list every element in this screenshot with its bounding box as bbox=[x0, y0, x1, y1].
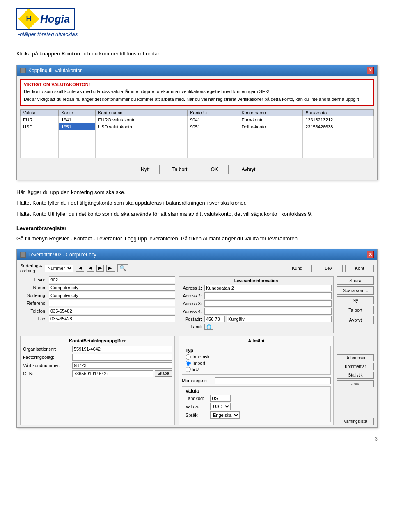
ort-input[interactable] bbox=[227, 316, 332, 322]
kommentar-button[interactable]: Kommentar bbox=[337, 363, 374, 370]
valuta-group: Valuta Landkod: Valuta: USD bbox=[182, 386, 331, 422]
urval-button[interactable]: Urval bbox=[337, 380, 374, 387]
landkod-input[interactable] bbox=[210, 395, 231, 402]
kont-tab-btn[interactable]: Kont bbox=[345, 265, 374, 272]
eur-konto: 1941 bbox=[59, 116, 96, 123]
logo-brand: Hogia bbox=[40, 13, 70, 25]
momsreg-label: Momsreg.nr: bbox=[182, 378, 215, 383]
nav-first[interactable]: |◀ bbox=[76, 265, 84, 272]
sortering-input[interactable] bbox=[49, 292, 175, 299]
skapa-button[interactable]: Skapa bbox=[155, 370, 172, 377]
sprak-row: Språk: Engelska bbox=[186, 411, 327, 419]
levnr-input[interactable] bbox=[49, 276, 175, 283]
addr-section: — Leverantörinformation — Adress 1: Adre… bbox=[179, 276, 334, 333]
factoring-row: Factoringbolag: bbox=[23, 354, 172, 361]
namn-row: Namn: bbox=[20, 284, 175, 291]
table-row-usd[interactable]: USD 1951 USD valutakonto 9051 Dollar-kon… bbox=[21, 123, 374, 130]
window-title-2: Leverantör 902 - Computer city bbox=[28, 252, 96, 258]
nytt-button[interactable]: Nytt bbox=[131, 165, 160, 174]
avbryt-button-2[interactable]: Avbryt bbox=[337, 316, 374, 324]
nav-prev[interactable]: ◀ bbox=[87, 265, 94, 272]
ny-button[interactable]: Ny bbox=[337, 296, 374, 304]
intro-paragraph: Klicka på knappen Konton och du kommer t… bbox=[16, 50, 378, 58]
kund-tab-btn[interactable]: Kund bbox=[283, 265, 312, 272]
table-row-empty-3 bbox=[21, 144, 374, 151]
factoring-input[interactable] bbox=[72, 354, 172, 361]
org-input[interactable] bbox=[72, 346, 172, 352]
namn-input[interactable] bbox=[49, 284, 175, 291]
warning-title: VIKTIGT OM VALUTAKONTON! bbox=[24, 82, 370, 87]
nav-next[interactable]: ▶ bbox=[96, 265, 104, 272]
postadr-input[interactable] bbox=[204, 316, 225, 322]
window-titlebar-1: Koppling till valutakonton ✕ bbox=[17, 65, 377, 76]
vart-kund-input[interactable] bbox=[72, 362, 172, 369]
window-icon-2 bbox=[20, 252, 26, 258]
table-row-eur[interactable]: EUR 1941 EURO valutakonto 9041 Euro-kont… bbox=[21, 116, 374, 123]
telefon-input[interactable] bbox=[49, 308, 175, 314]
valuta-select[interactable]: USD bbox=[210, 403, 231, 410]
body-section-2: Leverantörsregister Gå till menyn Regist… bbox=[16, 224, 378, 243]
levnr-row: Levnr: bbox=[20, 276, 175, 283]
sprak-label: Språk: bbox=[186, 413, 210, 418]
valuta-row: Valuta: USD bbox=[186, 403, 327, 410]
radio-eu[interactable] bbox=[186, 367, 191, 372]
land-btn[interactable]: 🌐 bbox=[204, 324, 213, 330]
spara-som-button[interactable]: Spara som... bbox=[337, 286, 374, 295]
adress1-input[interactable] bbox=[204, 285, 332, 291]
ta-bort-button-2[interactable]: Ta bort bbox=[337, 306, 374, 314]
typ-title: Typ bbox=[186, 348, 327, 353]
fax-row: Fax: bbox=[20, 315, 175, 322]
konto-section: Konto/Betalningsuppgifter Organisationsn… bbox=[20, 336, 175, 425]
adress2-row: Adress 2: bbox=[181, 292, 332, 299]
fax-input[interactable] bbox=[49, 315, 175, 322]
intro-bold: Konton bbox=[62, 50, 80, 57]
referens-label: Referens: bbox=[20, 301, 49, 306]
spara-button[interactable]: Spara bbox=[337, 276, 374, 285]
col-konto-utl: Konto Utl bbox=[188, 109, 239, 116]
warning-line-1: Det konto som skall konteras med utländs… bbox=[24, 89, 370, 95]
konto-title: Konto/Betalningsuppgifter bbox=[23, 338, 172, 343]
nav-search[interactable]: 🔍 bbox=[117, 264, 128, 272]
lev-tab-btn[interactable]: Lev bbox=[314, 265, 343, 272]
window-leverantor: Leverantör 902 - Computer city ✕ Sorteri… bbox=[16, 249, 378, 428]
vart-kund-row: Vårt kundnummer: bbox=[23, 362, 172, 369]
ok-button-1[interactable]: OK bbox=[200, 165, 229, 174]
varningslista-button[interactable]: Varningslista bbox=[337, 418, 374, 425]
table-row-empty-4 bbox=[21, 151, 374, 158]
gln-row: GLN: Skapa bbox=[23, 370, 172, 377]
avbryt-button-1[interactable]: Avbryt bbox=[234, 165, 263, 174]
radio-inhemskt-row: Inhemsk bbox=[186, 354, 327, 360]
radio-inhemskt[interactable] bbox=[186, 354, 191, 360]
sort-label-line2: ordning: bbox=[20, 268, 37, 273]
close-button-1[interactable]: ✕ bbox=[367, 67, 374, 74]
sprak-select[interactable]: Engelska bbox=[210, 411, 240, 419]
momsreg-row: Momsreg.nr: bbox=[182, 377, 331, 384]
adress3-label: Adress 3: bbox=[181, 301, 204, 306]
statistik-button[interactable]: Statistik bbox=[337, 372, 374, 379]
referens-row: Referens: bbox=[20, 300, 175, 306]
referens-input[interactable] bbox=[49, 300, 175, 306]
lev-form-right: — Leverantörinformation — Adress 1: Adre… bbox=[179, 276, 334, 333]
ta-bort-button-1[interactable]: Ta bort bbox=[165, 165, 195, 174]
col-konto-namn2: Konto namn bbox=[239, 109, 303, 116]
warning-line-2: Det är viktigt att du redan nu anger det… bbox=[24, 96, 370, 103]
nav-last[interactable]: ▶| bbox=[106, 265, 115, 272]
radio-import[interactable] bbox=[186, 361, 191, 366]
window-titlebar-2: Leverantör 902 - Computer city ✕ bbox=[17, 249, 377, 260]
org-row: Organisationsnr: bbox=[23, 346, 172, 352]
adress3-input[interactable] bbox=[204, 300, 332, 307]
gln-input[interactable] bbox=[72, 370, 153, 377]
referenser-button[interactable]: Referenser bbox=[337, 354, 374, 361]
momsreg-input[interactable] bbox=[215, 377, 331, 384]
col-konto: Konto bbox=[59, 109, 96, 116]
postadr-row: Postadr: bbox=[181, 316, 332, 322]
eur-valuta: EUR bbox=[21, 116, 59, 123]
adress2-input[interactable] bbox=[204, 292, 332, 299]
allm-title: Allmänt bbox=[182, 338, 331, 343]
radio-import-row: Import bbox=[186, 361, 327, 366]
close-button-2[interactable]: ✕ bbox=[367, 251, 374, 258]
sort-label-area: Sorterings- ordning: bbox=[20, 263, 42, 273]
sort-select[interactable]: Nummer bbox=[45, 265, 73, 272]
adress4-input[interactable] bbox=[204, 308, 332, 315]
logo-diamond: H bbox=[18, 9, 39, 30]
